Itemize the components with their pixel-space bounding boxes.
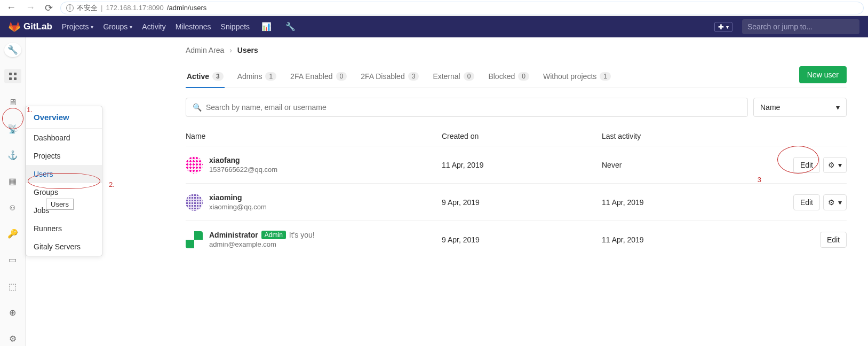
filter-row: 🔍 Name ▾ bbox=[186, 98, 847, 117]
avatar bbox=[186, 156, 203, 174]
user-row: xiaomingxiaoming@qq.com9 Apr, 201911 Apr… bbox=[186, 183, 847, 221]
wrench-icon[interactable]: 🔧 bbox=[283, 22, 298, 32]
search-icon: 🔍 bbox=[193, 103, 202, 112]
insecure-label: 不安全 bbox=[77, 3, 98, 13]
browser-forward-button[interactable]: → bbox=[23, 2, 37, 13]
url-host: 172.168.1.17:8090 bbox=[106, 4, 163, 12]
created-on: 9 Apr, 2019 bbox=[442, 235, 602, 244]
count-badge: 0 bbox=[464, 72, 475, 81]
browser-reload-button[interactable]: ⟳ bbox=[43, 2, 55, 14]
sort-dropdown[interactable]: Name ▾ bbox=[753, 98, 847, 117]
admin-badge: Admin bbox=[261, 231, 286, 239]
plus-icon: ✚ bbox=[718, 23, 724, 31]
col-name: Name bbox=[186, 132, 442, 140]
user-actions-dropdown[interactable]: ⚙▾ bbox=[823, 194, 847, 210]
edit-button[interactable]: Edit bbox=[793, 194, 820, 210]
rail-key-icon[interactable]: 🔑 bbox=[4, 226, 21, 241]
rail-book-icon[interactable]: ▭ bbox=[4, 253, 21, 267]
count-badge: 0 bbox=[518, 72, 529, 81]
user-search-box[interactable]: 🔍 bbox=[186, 98, 748, 117]
overview-submenu: Overview DashboardProjectsUsersGroupsJob… bbox=[26, 106, 102, 256]
gear-icon: ⚙ bbox=[828, 198, 835, 207]
user-row: AdministratorAdminIt's you!admin@example… bbox=[186, 221, 847, 258]
count-badge: 0 bbox=[336, 72, 347, 81]
user-name[interactable]: xiaoming bbox=[209, 193, 242, 202]
submenu-item-gitaly-servers[interactable]: Gitaly Servers bbox=[26, 238, 102, 256]
count-badge: 1 bbox=[600, 72, 611, 81]
tab-2fa-enabled[interactable]: 2FA Enabled0 bbox=[289, 67, 348, 88]
tab-2fa-disabled[interactable]: 2FA Disabled3 bbox=[360, 67, 420, 88]
count-badge: 3 bbox=[408, 72, 419, 81]
breadcrumb-root[interactable]: Admin Area bbox=[186, 46, 224, 54]
user-name[interactable]: Administrator bbox=[209, 231, 258, 239]
rail-overview-icon[interactable] bbox=[4, 69, 21, 83]
browser-url-box[interactable]: i 不安全 | 172.168.1.17:8090/admin/users bbox=[60, 2, 864, 14]
chevron-down-icon: ▾ bbox=[130, 24, 132, 30]
gitlab-icon bbox=[9, 21, 20, 33]
submenu-item-dashboard[interactable]: Dashboard bbox=[26, 129, 102, 147]
nav-activity[interactable]: Activity bbox=[142, 22, 165, 31]
svg-rect-2 bbox=[9, 77, 12, 80]
tab-admins[interactable]: Admins1 bbox=[236, 67, 277, 88]
submenu-item-users[interactable]: Users bbox=[26, 165, 102, 183]
avatar bbox=[186, 231, 203, 248]
chevron-down-icon: ▾ bbox=[836, 103, 840, 112]
rail-monitor-icon[interactable]: 🖥 bbox=[4, 95, 21, 109]
tab-external[interactable]: External0 bbox=[432, 67, 475, 88]
last-activity: 11 Apr, 2019 bbox=[602, 235, 740, 244]
user-search-input[interactable] bbox=[206, 103, 741, 112]
nav-groups[interactable]: Groups▾ bbox=[103, 22, 132, 31]
count-badge: 1 bbox=[265, 72, 276, 81]
chevron-down-icon: ▾ bbox=[91, 24, 93, 30]
created-on: 11 Apr, 2019 bbox=[442, 161, 602, 169]
nav-milestones[interactable]: Milestones bbox=[176, 22, 211, 31]
edit-button[interactable]: Edit bbox=[820, 232, 847, 248]
main-content: Admin Area › Users Active3Admins12FA Ena… bbox=[26, 37, 868, 346]
col-created: Created on bbox=[442, 132, 602, 140]
submenu-header[interactable]: Overview bbox=[26, 106, 102, 129]
rail-broadcast-icon[interactable]: 📡 bbox=[4, 122, 21, 136]
chevron-down-icon: ▾ bbox=[726, 24, 729, 30]
breadcrumb: Admin Area › Users bbox=[186, 46, 847, 54]
tab-without-projects[interactable]: Without projects1 bbox=[542, 67, 612, 88]
user-email: xiaoming@qq.com bbox=[209, 203, 442, 211]
its-you-label: It's you! bbox=[289, 231, 315, 239]
tabs-row: Active3Admins12FA Enabled02FA Disabled3E… bbox=[186, 66, 847, 88]
left-rail: 🔧 🖥 📡 ⚓ ▦ ☺ 🔑 ▭ ⬚ ⊕ ⚙ Overview Dashboard… bbox=[0, 37, 26, 346]
user-email: admin@example.com bbox=[209, 240, 442, 248]
avatar bbox=[186, 194, 203, 211]
chart-icon[interactable]: 📊 bbox=[259, 22, 274, 32]
url-path: /admin/users bbox=[167, 4, 206, 12]
user-name[interactable]: xiaofang bbox=[209, 156, 240, 164]
edit-button[interactable]: Edit bbox=[793, 157, 820, 173]
rail-square-icon[interactable]: ⬚ bbox=[4, 279, 21, 294]
info-icon: i bbox=[66, 4, 74, 12]
caret-down-icon: ▾ bbox=[838, 198, 842, 207]
rail-gear-icon[interactable]: ⚙ bbox=[4, 332, 21, 346]
svg-rect-1 bbox=[14, 73, 17, 75]
rail-globe-icon[interactable]: ⊕ bbox=[4, 305, 21, 320]
rail-wrench-icon[interactable]: 🔧 bbox=[4, 43, 21, 57]
submenu-item-projects[interactable]: Projects bbox=[26, 147, 102, 165]
global-search[interactable]: Search or jump to... bbox=[742, 19, 859, 34]
nav-snippets[interactable]: Snippets bbox=[221, 22, 250, 31]
rail-hook-icon[interactable]: ⚓ bbox=[4, 148, 21, 162]
breadcrumb-current: Users bbox=[237, 46, 258, 54]
nav-projects[interactable]: Projects▾ bbox=[62, 22, 94, 31]
rail-apps-icon[interactable]: ▦ bbox=[4, 174, 21, 188]
user-email: 1537665622@qq.com bbox=[209, 166, 442, 174]
tab-active[interactable]: Active3 bbox=[186, 67, 225, 88]
submenu-item-runners[interactable]: Runners bbox=[26, 219, 102, 238]
browser-back-button[interactable]: ← bbox=[4, 2, 18, 13]
gitlab-logo[interactable]: GitLab bbox=[9, 21, 52, 33]
tab-blocked[interactable]: Blocked0 bbox=[487, 67, 530, 88]
new-user-button[interactable]: New user bbox=[799, 66, 847, 83]
top-navbar: GitLab Projects▾ Groups▾ Activity Milest… bbox=[0, 16, 868, 37]
rail-emoji-icon[interactable]: ☺ bbox=[4, 200, 21, 215]
user-actions-dropdown[interactable]: ⚙▾ bbox=[823, 157, 847, 173]
table-header: Name Created on Last activity bbox=[186, 127, 847, 146]
col-activity: Last activity bbox=[602, 132, 740, 140]
chevron-right-icon: › bbox=[229, 46, 232, 54]
new-dropdown[interactable]: ✚▾ bbox=[714, 22, 732, 32]
caret-down-icon: ▾ bbox=[838, 161, 842, 169]
